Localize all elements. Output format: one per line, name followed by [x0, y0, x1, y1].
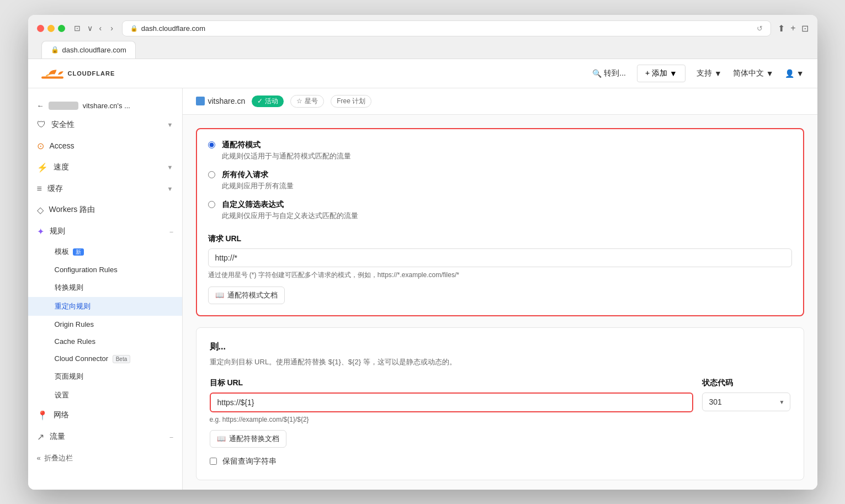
speed-icon: ⚡ [37, 162, 48, 173]
status-code-label: 状态代码 [702, 378, 790, 388]
sidebar-item-security[interactable]: 🛡 安全性 ▼ [28, 114, 182, 135]
book-icon: 📖 [215, 291, 224, 299]
sidebar-toggle-icon[interactable]: ⊡ [801, 23, 809, 34]
traffic-icon: ↗ [37, 432, 44, 442]
origin-rules-label: Origin Rules [55, 320, 94, 328]
wildcard-radio-desc: 此规则仅适用于与通配符模式匹配的流量 [222, 151, 351, 161]
cloudflare-logo: CLOUDFLARE [41, 66, 115, 81]
rule-config-box: 通配符模式 此规则仅适用于与通配符模式匹配的流量 所有传入请求 此规则应用于所有… [196, 128, 804, 316]
cloud-connector-label: Cloud Connector [55, 354, 109, 363]
language-button[interactable]: 简体中文 ▼ [733, 68, 774, 78]
target-url-hint: e.g. https://example.com/${1}/${2} [210, 416, 693, 423]
sidebar-back-button[interactable]: ← vitshare.cn's ... [28, 97, 182, 114]
reload-icon[interactable]: ↺ [757, 24, 763, 33]
search-icon: 🔍 [592, 69, 602, 78]
rules-icon: ✦ [37, 226, 44, 237]
then-section: 则... 重定向到目标 URL。使用通配符替换 ${1}、${2} 等，这可以是… [196, 327, 804, 480]
star-badge[interactable]: ☆ 星号 [290, 95, 324, 108]
logo-text: CLOUDFLARE [68, 70, 115, 77]
sidebar-sub-transform-rules[interactable]: 转换规则 [28, 278, 182, 297]
svg-rect-0 [41, 76, 63, 78]
chevron-down-icon: ▼ [714, 69, 722, 78]
maximize-button[interactable] [58, 25, 65, 32]
chevron-icon: – [169, 228, 173, 235]
active-tab[interactable]: 🔒 dash.cloudflare.com [41, 41, 136, 59]
sidebar-label-workers: Workers 路由 [49, 205, 95, 215]
transform-rules-label: 转换规则 [55, 283, 83, 291]
address-bar[interactable]: 🔒 dash.cloudflare.com ↺ [122, 20, 771, 36]
all-radio-desc: 此规则应用于所有流量 [222, 181, 294, 191]
radio-all[interactable]: 所有传入请求 此规则应用于所有流量 [208, 170, 792, 191]
then-desc: 重定向到目标 URL。使用通配符替换 ${1}、${2} 等，这可以是静态或动态… [210, 357, 790, 367]
tab-favicon: 🔒 [51, 46, 59, 54]
custom-radio-desc: 此规则仅应用于与自定义表达式匹配的流量 [222, 211, 358, 221]
sidebar-item-speed[interactable]: ⚡ 速度 ▼ [28, 157, 182, 178]
sidebar-item-rules[interactable]: ✦ 规则 – [28, 221, 182, 242]
plan-badge: Free 计划 [331, 95, 371, 108]
sidebar-sub-page-rules[interactable]: 页面规则 [28, 367, 182, 386]
request-url-input[interactable] [208, 248, 792, 267]
sidebar-item-workers[interactable]: ◇ Workers 路由 [28, 199, 182, 221]
user-menu-button[interactable]: 👤 ▼ [785, 69, 804, 78]
close-button[interactable] [37, 25, 44, 32]
radio-custom[interactable]: 自定义筛选表达式 此规则仅应用于与自定义表达式匹配的流量 [208, 200, 792, 221]
shield-icon: 🛡 [37, 120, 46, 130]
tab-grid-button[interactable]: ⊡ [72, 23, 83, 34]
status-code-select[interactable]: 301 302 303 307 308 [702, 392, 790, 411]
minimize-button[interactable] [47, 25, 55, 32]
sidebar-item-cache[interactable]: ≡ 缓存 ▼ [28, 178, 182, 199]
forward-button[interactable]: › [108, 23, 115, 34]
collapse-sidebar-button[interactable]: « 折叠边栏 [28, 448, 182, 469]
back-button[interactable]: ‹ [97, 23, 104, 34]
sidebar-label-speed: 速度 [54, 162, 69, 172]
sidebar-label-security: 安全性 [51, 120, 75, 130]
redirect-rules-label: 重定向规则 [55, 302, 91, 310]
preserve-query-checkbox[interactable] [210, 458, 217, 465]
preserve-query-row[interactable]: 保留查询字符串 [210, 457, 790, 466]
sidebar-item-network[interactable]: 📍 网络 [28, 405, 182, 426]
sidebar-sub-redirect-rules[interactable]: 重定向规则 [28, 297, 182, 316]
request-url-hint: 通过使用星号 (*) 字符创建可匹配多个请求的模式，例如，https://*.e… [208, 270, 792, 280]
status-badge: ✓ 活动 [252, 96, 284, 107]
radio-wildcard[interactable]: 通配符模式 此规则仅适用于与通配符模式匹配的流量 [208, 140, 792, 161]
cache-rules-label: Cache Rules [55, 337, 95, 346]
all-radio-label: 所有传入请求 [222, 170, 294, 180]
target-url-input[interactable] [211, 394, 692, 411]
custom-radio-input[interactable] [208, 201, 215, 208]
templates-label: 模板 [55, 247, 69, 256]
beta-badge: Beta [113, 355, 131, 363]
share-icon[interactable]: ⬆ [778, 23, 785, 34]
wildcard-replace-doc-link[interactable]: 📖 通配符替换文档 [210, 430, 286, 448]
sidebar-label-cache: 缓存 [47, 184, 63, 194]
domain-name: vitshare.cn [208, 97, 246, 105]
target-url-highlight [210, 392, 693, 412]
url-text: dash.cloudflare.com [141, 24, 205, 33]
sidebar-sub-cloud-connector[interactable]: Cloud Connector Beta [28, 350, 182, 367]
chevron-down-icon: ▼ [796, 69, 804, 78]
sidebar: ← vitshare.cn's ... 🛡 安全性 ▼ ⊙ Acce [28, 88, 183, 490]
sidebar-sub-templates[interactable]: 模板 新 [28, 242, 182, 261]
target-url-label: 目标 URL [210, 378, 693, 388]
goto-button[interactable]: 🔍 转到... [592, 68, 626, 78]
chevron-down-icon: ▼ [669, 69, 677, 78]
wildcard-radio-label: 通配符模式 [222, 140, 351, 150]
request-url-label: 请求 URL [208, 234, 792, 244]
sidebar-sub-settings[interactable]: 设置 [28, 386, 182, 405]
wildcard-doc-link[interactable]: 📖 通配符模式文档 [208, 287, 285, 304]
wildcard-radio-input[interactable] [208, 141, 215, 148]
sidebar-sub-config-rules[interactable]: Configuration Rules [28, 261, 182, 278]
sidebar-sub-cache-rules[interactable]: Cache Rules [28, 333, 182, 350]
support-button[interactable]: 支持 ▼ [697, 68, 722, 78]
all-radio-input[interactable] [208, 171, 215, 178]
account-label [49, 102, 78, 110]
domain-tag: vitshare.cn [196, 97, 246, 105]
sidebar-label-network: 网络 [54, 410, 69, 420]
sidebar-item-access[interactable]: ⊙ Access [28, 135, 182, 157]
sidebar-item-traffic[interactable]: ↗ 流量 – [28, 426, 182, 448]
new-tab-icon[interactable]: + [790, 23, 795, 34]
sidebar-sub-origin-rules[interactable]: Origin Rules [28, 316, 182, 333]
traffic-match-options: 通配符模式 此规则仅适用于与通配符模式匹配的流量 所有传入请求 此规则应用于所有… [208, 140, 792, 221]
book-icon: 📖 [217, 434, 226, 443]
sidebar-label-traffic: 流量 [50, 432, 65, 442]
add-button[interactable]: + 添加 ▼ [637, 65, 685, 82]
